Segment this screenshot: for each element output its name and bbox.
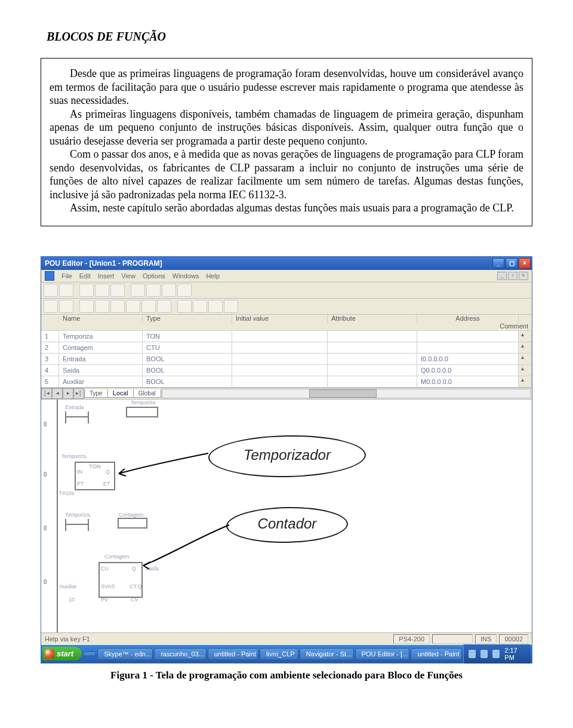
- table-row[interactable]: 4 Saida BOOL Q0.0.0.0.0: [41, 365, 532, 376]
- taskbar-item[interactable]: [83, 652, 96, 656]
- cell-attr[interactable]: [328, 331, 417, 342]
- ladder-contact[interactable]: [65, 416, 89, 417]
- toolbar-button[interactable]: [110, 300, 125, 313]
- sheet-tab[interactable]: Local: [107, 389, 134, 398]
- cell-initial[interactable]: [232, 365, 328, 376]
- toolbar-button[interactable]: [162, 284, 176, 297]
- cell-name[interactable]: Entrada: [59, 354, 143, 364]
- table-row[interactable]: 2 Contagem CTU: [41, 342, 532, 354]
- toolbar-button[interactable]: [59, 300, 73, 313]
- cell-address[interactable]: [417, 342, 519, 353]
- close-button[interactable]: ×: [519, 258, 531, 269]
- col-header: Type: [143, 313, 232, 324]
- vscroll[interactable]: [519, 354, 532, 364]
- ladder-contact[interactable]: [65, 524, 89, 525]
- cell-type[interactable]: CTU: [143, 342, 232, 353]
- toolbar-button[interactable]: [193, 300, 207, 313]
- vscroll[interactable]: [519, 342, 532, 353]
- cell-address[interactable]: [417, 331, 519, 342]
- cell-name[interactable]: Saida: [59, 365, 143, 376]
- hscroll[interactable]: [162, 389, 531, 398]
- mdi-close-button[interactable]: ×: [519, 272, 528, 280]
- menu-item[interactable]: Edit: [79, 272, 91, 279]
- sheet-tab[interactable]: Global: [133, 389, 161, 398]
- toolbar-button[interactable]: [110, 284, 125, 297]
- tray-icon[interactable]: [492, 650, 500, 658]
- vscroll[interactable]: [519, 331, 532, 342]
- system-tray[interactable]: 2:17 PM: [463, 644, 531, 664]
- sheet-tab[interactable]: Type: [84, 389, 108, 398]
- vscroll[interactable]: [519, 376, 532, 387]
- tab-nav-next[interactable]: ▸: [63, 388, 73, 399]
- tab-nav-last[interactable]: ▸│: [73, 388, 84, 399]
- taskbar-item[interactable]: livro_CLP: [260, 648, 298, 660]
- cell-type[interactable]: BOOL: [143, 365, 232, 376]
- taskbar-item[interactable]: POU Editor - [...: [355, 648, 410, 660]
- cell-address[interactable]: M0.0.0.0.0: [417, 376, 519, 387]
- mdi-minimize-button[interactable]: _: [497, 272, 507, 280]
- start-button[interactable]: start: [42, 647, 82, 661]
- toolbar-button[interactable]: [177, 284, 192, 297]
- taskbar-item[interactable]: untitled - Paint: [208, 648, 258, 660]
- toolbar-button[interactable]: [95, 284, 109, 297]
- taskbar-item[interactable]: rascunho_03...: [154, 648, 206, 660]
- cell-initial[interactable]: [232, 354, 328, 364]
- toolbar-button[interactable]: [146, 284, 161, 297]
- vscroll[interactable]: [519, 365, 532, 376]
- menu-item[interactable]: Help: [206, 272, 220, 279]
- toolbar-button[interactable]: [44, 284, 58, 297]
- cell-initial[interactable]: [232, 376, 328, 387]
- toolbar-button[interactable]: [157, 300, 171, 313]
- cell-address[interactable]: Q0.0.0.0.0: [417, 365, 519, 376]
- taskbar-item[interactable]: untitled - Paint: [411, 648, 461, 660]
- cell-attr[interactable]: [328, 342, 417, 353]
- menu-item[interactable]: View: [121, 272, 135, 279]
- tab-nav-prev[interactable]: ◂: [52, 388, 63, 399]
- menu-item[interactable]: Options: [143, 272, 165, 279]
- toolbar-button[interactable]: [141, 300, 156, 313]
- toolbar-button[interactable]: [208, 300, 223, 313]
- maximize-button[interactable]: ▢: [506, 258, 517, 269]
- pin-label: Q: [132, 566, 136, 572]
- toolbar-button[interactable]: [79, 284, 94, 297]
- cell-attr[interactable]: [328, 365, 417, 376]
- toolbar-button[interactable]: [224, 300, 238, 313]
- instance-slot[interactable]: [126, 407, 158, 417]
- cell-name[interactable]: Temporiza: [59, 331, 143, 342]
- row-index: 5: [41, 376, 59, 387]
- cell-name[interactable]: Contagem: [59, 342, 143, 353]
- rung-index: 0: [44, 525, 47, 532]
- toolbar-button[interactable]: [177, 300, 192, 313]
- cell-attr[interactable]: [328, 376, 417, 387]
- table-header-row: Name Type Initial value Attribute Addres…: [41, 315, 532, 331]
- table-row[interactable]: 3 Entrada BOOL I0.0.0.0.0: [41, 354, 532, 365]
- cell-name[interactable]: Auxiliar: [59, 376, 143, 387]
- cell-attr[interactable]: [328, 354, 417, 364]
- menu-item[interactable]: File: [61, 272, 72, 279]
- toolbar-button[interactable]: [131, 284, 145, 297]
- tab-nav-first[interactable]: │◂: [41, 388, 52, 399]
- toolbar-button[interactable]: [59, 284, 73, 297]
- taskbar-item[interactable]: Skype™ - edn...: [97, 648, 153, 660]
- toolbar-button[interactable]: [44, 300, 58, 313]
- ladder-canvas[interactable]: 0 0 0 0 Entrada Temporiza Temporiza TON …: [41, 400, 532, 632]
- cell-type[interactable]: BOOL: [143, 376, 232, 387]
- toolbar-button[interactable]: [126, 300, 140, 313]
- cell-address[interactable]: I0.0.0.0.0: [417, 354, 519, 364]
- menu-item[interactable]: Insert: [98, 272, 115, 279]
- table-row[interactable]: 5 Auxiliar BOOL M0.0.0.0.0: [41, 376, 532, 388]
- menu-item[interactable]: Windows: [172, 272, 199, 279]
- tray-icon[interactable]: [469, 650, 476, 658]
- taskbar-item[interactable]: Navigator - St...: [300, 648, 354, 660]
- tray-icon[interactable]: [480, 650, 488, 658]
- table-row[interactable]: 1 Temporiza TON: [41, 331, 532, 342]
- toolbar-button[interactable]: [79, 300, 94, 313]
- cell-type[interactable]: BOOL: [143, 354, 232, 364]
- cell-initial[interactable]: [232, 331, 328, 342]
- minimize-button[interactable]: _: [492, 258, 504, 269]
- cell-type[interactable]: TON: [143, 331, 232, 342]
- instance-slot[interactable]: [118, 518, 147, 529]
- mdi-restore-button[interactable]: ▫: [508, 272, 517, 280]
- toolbar-button[interactable]: [95, 300, 109, 313]
- cell-initial[interactable]: [232, 342, 328, 353]
